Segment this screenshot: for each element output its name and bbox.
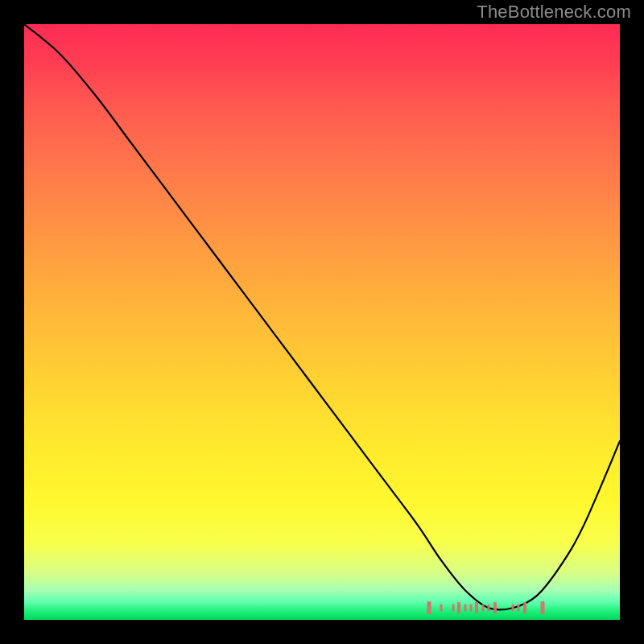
flat-marker: [518, 605, 520, 612]
flat-marker: [452, 605, 454, 612]
flat-marker: [511, 605, 514, 612]
flat-marker: [470, 605, 473, 612]
flat-marker: [488, 605, 490, 612]
watermark-text: TheBottleneck.com: [477, 2, 631, 23]
plot-area: [24, 24, 620, 620]
flat-marker: [540, 601, 544, 614]
flat-marker: [475, 602, 478, 613]
flat-marker: [493, 602, 497, 613]
flat-marker: [464, 605, 466, 612]
bottleneck-curve: [24, 24, 620, 610]
flat-marker: [440, 605, 443, 612]
chart-frame: TheBottleneck.com: [0, 0, 644, 644]
flat-marker: [457, 602, 460, 613]
flat-marker: [523, 602, 526, 613]
flat-marker: [481, 605, 484, 612]
flat-marker: [427, 601, 431, 614]
curve-svg: [24, 24, 620, 620]
